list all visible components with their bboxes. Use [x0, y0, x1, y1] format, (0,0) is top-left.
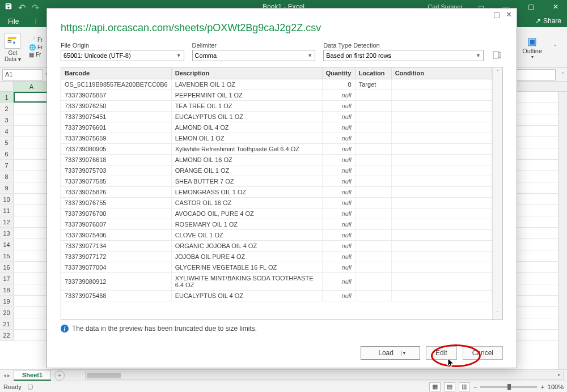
table-row[interactable]: 733739077134ORGANIC JOJOBA OIL 4 OZnull: [61, 241, 492, 252]
table-row[interactable]: 733739080905Xyliwhite Refreshmint Toothp…: [61, 144, 492, 155]
row-header[interactable]: 6: [0, 148, 14, 159]
table-row[interactable]: 733739075703ORANGE OIL 1 OZnull: [61, 165, 492, 176]
table-row[interactable]: 733739075468EUCALYPTUS OIL 4 OZnull: [61, 291, 492, 301]
cell[interactable]: [14, 239, 50, 250]
table-row[interactable]: 733739080912XYLIWHITE MINT/BAKING SODA T…: [61, 273, 492, 291]
table-row[interactable]: 733739076700AVOCADO OIL, PURE 4 OZnull: [61, 208, 492, 219]
row-header[interactable]: 21: [0, 318, 14, 329]
select-all-corner[interactable]: [0, 82, 14, 91]
scroll-up-icon[interactable]: ˆ: [497, 70, 498, 76]
redo-icon[interactable]: ↷: [32, 2, 41, 11]
outline-group[interactable]: ▣ Outline ▾: [522, 35, 542, 59]
sheet-nav-left-icon[interactable]: ◂: [3, 372, 6, 378]
preview-scrollbar[interactable]: ˆ ˇ: [492, 67, 502, 319]
col-barcode[interactable]: Barcode: [61, 67, 171, 79]
cell[interactable]: [14, 250, 50, 261]
cancel-button[interactable]: Cancel: [463, 346, 503, 360]
table-row[interactable]: 733739075659LEMON OIL 1 OZnull: [61, 133, 492, 144]
row-header[interactable]: 1: [0, 92, 14, 103]
from-text-button[interactable]: 📄Fr: [29, 37, 43, 43]
row-header[interactable]: 8: [0, 171, 14, 182]
cell[interactable]: [14, 137, 50, 148]
col-location[interactable]: Location: [355, 67, 391, 79]
row-header[interactable]: 10: [0, 194, 14, 204]
from-table-button[interactable]: ▦Fr: [29, 52, 43, 58]
cell[interactable]: [14, 216, 50, 227]
hscroll-thumb[interactable]: [87, 373, 121, 378]
cell[interactable]: [14, 284, 50, 295]
cell[interactable]: [14, 160, 50, 171]
settings-icon[interactable]: [492, 50, 503, 61]
row-header[interactable]: 19: [0, 296, 14, 306]
dialog-maximize-icon[interactable]: ▢: [493, 10, 500, 19]
name-box[interactable]: A1: [2, 69, 43, 80]
zoom-in-icon[interactable]: +: [540, 384, 544, 390]
scroll-down-icon[interactable]: ˇ: [497, 311, 498, 317]
macro-record-icon[interactable]: ▢: [27, 383, 33, 390]
collapse-ribbon-icon[interactable]: ˇ: [551, 45, 559, 50]
cell[interactable]: [14, 92, 50, 103]
close-icon[interactable]: ✕: [544, 0, 567, 14]
row-header[interactable]: 11: [0, 205, 14, 216]
add-sheet-button[interactable]: +: [54, 370, 65, 381]
sheet-tab-sheet1[interactable]: Sheet1: [14, 370, 51, 381]
row-header[interactable]: 5: [0, 137, 14, 148]
row-header[interactable]: 12: [0, 216, 14, 227]
horizontal-scrollbar[interactable]: ◂ ▸: [85, 372, 564, 380]
cell[interactable]: [14, 114, 50, 125]
table-row[interactable]: 733739075406CLOVE OIL 1 OZnull: [61, 230, 492, 241]
row-header[interactable]: 9: [0, 182, 14, 193]
file-origin-select[interactable]: 65001: Unicode (UTF-8) ▼: [61, 50, 184, 61]
row-header[interactable]: 15: [0, 250, 14, 261]
col-header-a[interactable]: A: [14, 82, 50, 91]
delimiter-select[interactable]: Comma ▼: [192, 50, 316, 61]
cell[interactable]: [14, 171, 50, 182]
cell[interactable]: [14, 228, 50, 238]
col-quantity[interactable]: Quantity: [322, 67, 355, 79]
row-header[interactable]: 2: [0, 103, 14, 114]
dialog-close-icon[interactable]: ✕: [506, 10, 512, 19]
zoom-slider[interactable]: [480, 386, 537, 388]
tab-file[interactable]: File: [0, 16, 27, 27]
load-button[interactable]: Load ▼: [361, 346, 420, 360]
cell[interactable]: [14, 205, 50, 216]
table-row[interactable]: 733739075826LEMONGRASS OIL 1 OZnull: [61, 187, 492, 198]
scroll-right-icon[interactable]: ▸: [558, 372, 561, 377]
table-row[interactable]: 733739077172JOJOBA OIL PURE 4 OZnull: [61, 252, 492, 262]
cell[interactable]: [14, 126, 50, 137]
table-row[interactable]: 733739075857PEPPERMINT OIL 1 OZnull: [61, 90, 492, 101]
get-data-button[interactable]: GetData ▾: [5, 33, 21, 62]
load-dropdown-icon[interactable]: ▼: [401, 351, 411, 356]
save-icon[interactable]: [5, 2, 14, 11]
col-description[interactable]: Description: [171, 67, 322, 79]
row-header[interactable]: 22: [0, 330, 14, 340]
tab-hidden-1[interactable]: I: [27, 16, 44, 27]
table-row[interactable]: 733739076007ROSEMARY OIL 1 OZnull: [61, 219, 492, 230]
table-row[interactable]: OS_5C119B98557EA200BE7CC0B6LAVENDER OIL …: [61, 79, 492, 90]
row-header[interactable]: 13: [0, 228, 14, 238]
from-web-button[interactable]: 🌐Fr: [29, 44, 43, 50]
expand-formula-bar-icon[interactable]: ˅: [558, 71, 567, 78]
table-row[interactable]: 733739076618ALMOND OIL 16 OZnull: [61, 155, 492, 165]
zoom-level[interactable]: 100%: [548, 384, 564, 390]
page-layout-view-icon[interactable]: ▤: [444, 382, 455, 391]
cell[interactable]: [14, 318, 50, 329]
cell[interactable]: [14, 273, 50, 284]
dtd-select[interactable]: Based on first 200 rows ▼: [323, 50, 484, 61]
undo-icon[interactable]: ↶: [18, 2, 27, 11]
cell[interactable]: [14, 330, 50, 340]
zoom-thumb[interactable]: [507, 384, 511, 390]
row-header[interactable]: 17: [0, 273, 14, 284]
row-header[interactable]: 7: [0, 160, 14, 171]
maximize-icon[interactable]: ▢: [519, 0, 542, 14]
table-row[interactable]: 733739075451EUCALYPTUS OIL 1 OZnull: [61, 112, 492, 122]
vertical-scrollbar[interactable]: [558, 92, 567, 369]
table-row[interactable]: 733739076250TEA TREE OIL 1 OZnull: [61, 101, 492, 112]
edit-button[interactable]: Edit: [426, 346, 457, 360]
table-row[interactable]: 733739077004GLYCERINE VEGETABLE 16 FL OZ…: [61, 262, 492, 273]
cell[interactable]: [14, 262, 50, 272]
col-condition[interactable]: Condition: [391, 67, 492, 79]
row-header[interactable]: 3: [0, 114, 14, 125]
table-row[interactable]: 733739076601ALMOND OIL 4 OZnull: [61, 122, 492, 133]
page-break-view-icon[interactable]: ▥: [459, 382, 470, 391]
